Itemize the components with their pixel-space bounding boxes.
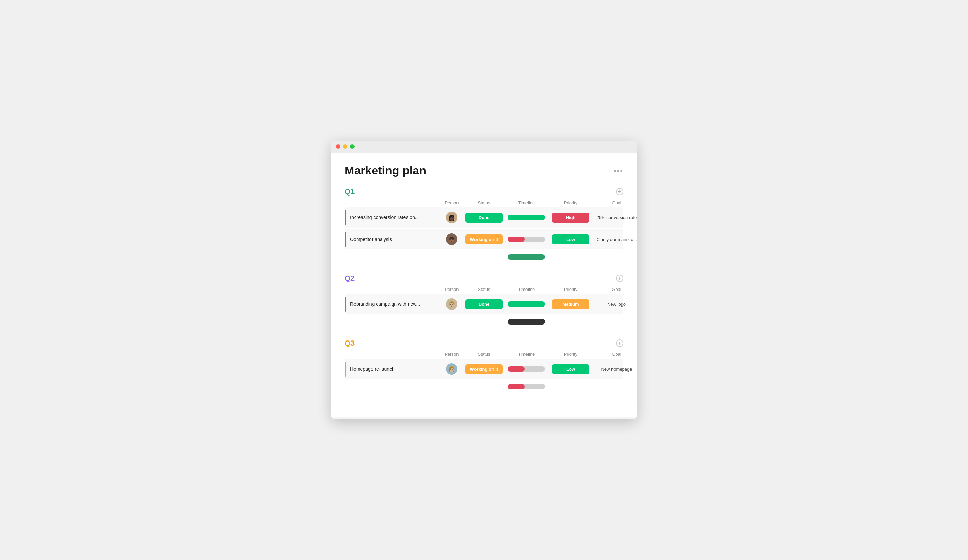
close-button[interactable]	[336, 144, 340, 149]
task-cell: Rebranding campaign with new...	[345, 294, 440, 314]
person-cell: 👨🏼	[440, 296, 464, 313]
col-header-5: Goal	[593, 200, 637, 205]
person-cell: 👩🏼	[440, 361, 464, 378]
sum-timeline-cell	[504, 384, 549, 389]
person-cell: 👩🏿	[440, 209, 464, 226]
app-window: Marketing plan ••• Q1+PersonStatusTimeli…	[331, 141, 637, 419]
avatar: 👩🏼	[446, 363, 457, 375]
timeline-cell	[504, 364, 549, 374]
task-border-indicator	[345, 210, 346, 225]
task-name: Competitor analysis	[350, 237, 392, 242]
sum-timeline-bar	[508, 319, 545, 325]
status-badge: Done	[465, 213, 503, 222]
titlebar	[331, 141, 637, 153]
table-row[interactable]: Increasing conversion rates on...👩🏿DoneH…	[345, 207, 623, 228]
add-item-button[interactable]: +	[616, 275, 623, 282]
page-title: Marketing plan	[345, 164, 426, 177]
task-cell: Increasing conversion rates on...	[345, 207, 440, 228]
priority-badge: Medium	[552, 299, 589, 309]
sum-row: $3,000sum	[345, 316, 623, 328]
priority-badge: Low	[552, 234, 589, 244]
add-item-button[interactable]: +	[616, 340, 623, 347]
sum-timeline-bar	[508, 254, 545, 260]
task-name: Homepage re-launch	[350, 366, 394, 372]
avatar: 👨🏾	[446, 234, 457, 245]
status-cell[interactable]: Done	[464, 297, 504, 312]
task-name: Increasing conversion rates on...	[350, 215, 419, 220]
section-header-q2: Q2+	[345, 274, 623, 283]
timeline-bar-partial	[508, 366, 545, 372]
maximize-button[interactable]	[350, 144, 355, 149]
table-row[interactable]: Homepage re-launch👩🏼Working on itLowNew …	[345, 359, 623, 379]
column-headers: PersonStatusTimelinePriorityGoalBudget	[345, 350, 623, 358]
col-header-3: Timeline	[504, 287, 549, 292]
timeline-bar-partial	[508, 237, 545, 242]
sum-timeline-cell	[504, 254, 549, 260]
goal-text: New homepage	[601, 367, 632, 372]
priority-badge: High	[552, 213, 589, 222]
col-header-1: Person	[440, 287, 464, 292]
priority-cell[interactable]: High	[549, 210, 593, 225]
priority-badge: Low	[552, 364, 589, 374]
col-header-5: Goal	[593, 287, 637, 292]
priority-cell[interactable]: Low	[549, 361, 593, 377]
sections-container: Q1+PersonStatusTimelinePriorityGoalBudge…	[345, 187, 623, 393]
col-header-3: Timeline	[504, 200, 549, 205]
goal-cell: New homepage	[593, 364, 637, 374]
timeline-cell	[504, 212, 549, 223]
col-header-0	[345, 287, 440, 292]
timeline-cell	[504, 299, 549, 310]
col-header-0	[345, 200, 440, 205]
priority-cell[interactable]: Low	[549, 232, 593, 247]
sum-timeline-fill	[508, 384, 525, 389]
section-header-q3: Q3+	[345, 339, 623, 348]
page-header: Marketing plan •••	[345, 164, 623, 177]
timeline-fill	[508, 366, 525, 372]
section-q2: Q2+PersonStatusTimelinePriorityGoalBudge…	[345, 274, 623, 328]
status-cell[interactable]: Done	[464, 210, 504, 225]
sum-row: $4,550sum	[345, 381, 623, 393]
task-border-indicator	[345, 297, 346, 311]
col-header-3: Timeline	[504, 352, 549, 357]
sum-timeline-cell	[504, 319, 549, 325]
minimize-button[interactable]	[343, 144, 347, 149]
table-row[interactable]: Competitor analysis👨🏾Working on itLowCla…	[345, 229, 623, 249]
status-badge: Working on it	[465, 364, 503, 374]
task-cell: Competitor analysis	[345, 229, 440, 249]
section-title-q1: Q1	[345, 187, 355, 196]
goal-cell: Clarify our main co...	[593, 234, 637, 245]
col-header-2: Status	[464, 352, 504, 357]
column-headers: PersonStatusTimelinePriorityGoalBudget	[345, 285, 623, 293]
sum-row: $6,200sum	[345, 251, 623, 263]
status-cell[interactable]: Working on it	[464, 232, 504, 247]
section-q3: Q3+PersonStatusTimelinePriorityGoalBudge…	[345, 339, 623, 393]
col-header-0	[345, 352, 440, 357]
main-content: Marketing plan ••• Q1+PersonStatusTimeli…	[331, 153, 637, 417]
timeline-cell	[504, 234, 549, 245]
timeline-bar	[508, 302, 545, 307]
avatar: 👩🏿	[446, 212, 457, 223]
col-header-5: Goal	[593, 352, 637, 357]
goal-text: New logo	[607, 302, 626, 307]
col-header-1: Person	[440, 200, 464, 205]
col-header-1: Person	[440, 352, 464, 357]
task-border-indicator	[345, 361, 346, 376]
table-row[interactable]: Rebranding campaign with new...👨🏼DoneMed…	[345, 294, 623, 314]
status-badge: Working on it	[465, 234, 503, 244]
col-header-4: Priority	[549, 352, 593, 357]
section-title-q3: Q3	[345, 339, 355, 348]
col-header-2: Status	[464, 200, 504, 205]
goal-text: 25% conversion rate	[597, 215, 637, 220]
section-q1: Q1+PersonStatusTimelinePriorityGoalBudge…	[345, 187, 623, 263]
col-header-4: Priority	[549, 287, 593, 292]
section-title-q2: Q2	[345, 274, 355, 283]
priority-cell[interactable]: Medium	[549, 297, 593, 312]
timeline-bar	[508, 215, 545, 220]
add-item-button[interactable]: +	[616, 188, 623, 196]
column-headers: PersonStatusTimelinePriorityGoalBudget	[345, 199, 623, 207]
task-border-indicator	[345, 232, 346, 247]
status-cell[interactable]: Working on it	[464, 361, 504, 377]
more-options-button[interactable]: •••	[613, 164, 623, 176]
status-badge: Done	[465, 299, 503, 309]
timeline-fill	[508, 237, 525, 242]
